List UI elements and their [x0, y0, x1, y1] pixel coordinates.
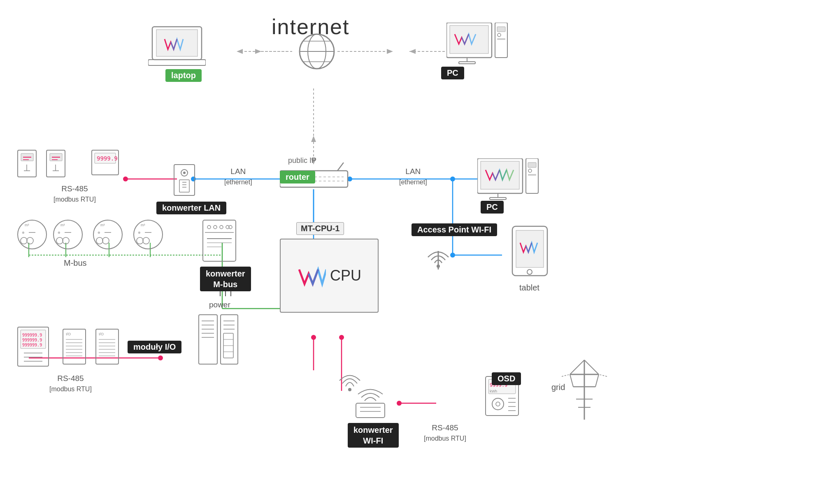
grid-tower	[562, 358, 607, 425]
mbus-label: M-bus	[64, 258, 87, 268]
cpu-text-label: CPU	[330, 267, 361, 284]
tablet-label: tablet	[519, 283, 539, 293]
svg-point-115	[96, 237, 103, 244]
svg-point-121	[137, 237, 143, 244]
svg-marker-2	[255, 49, 261, 54]
svg-line-194	[570, 374, 573, 387]
konwerter-lan-label: konwerter LAN	[156, 202, 226, 214]
svg-point-23	[311, 335, 316, 340]
moduly-io-label: moduły I/O	[128, 341, 181, 353]
svg-line-196	[570, 360, 584, 374]
svg-point-63	[498, 33, 501, 37]
mbus-meter-3: m³ ⊕	[91, 218, 124, 253]
svg-line-100	[337, 163, 344, 171]
io-device-2: I/O	[61, 327, 88, 368]
osd-label: OSD	[492, 372, 521, 385]
svg-point-107	[53, 220, 82, 249]
svg-point-71	[528, 169, 532, 172]
svg-point-36	[339, 335, 344, 340]
svg-point-31	[158, 355, 163, 360]
konwerter-lan-box	[172, 163, 197, 201]
svg-rect-159	[199, 315, 217, 364]
svg-marker-6	[409, 49, 416, 54]
svg-line-200	[562, 374, 570, 376]
lan-ethernet-left-label: LAN[ethernet]	[224, 167, 252, 187]
rs485-label-bottom: RS-485[modbus RTU]	[49, 374, 92, 394]
svg-point-128	[220, 225, 223, 229]
konwerter-wifi-label: konwerter WI-FI	[348, 423, 399, 448]
svg-text:999999.9: 999999.9	[22, 343, 42, 347]
svg-point-122	[143, 237, 149, 244]
rs485-meter-3: 9999.9	[90, 148, 121, 183]
svg-point-110	[63, 237, 69, 244]
svg-text:I/O: I/O	[66, 332, 71, 336]
diagram-container: internet laptop	[0, 0, 823, 504]
svg-rect-60	[459, 62, 475, 64]
power-modules	[197, 313, 240, 368]
rs485-meter-1	[16, 148, 38, 183]
router-badge: router	[280, 171, 315, 183]
svg-point-127	[214, 225, 217, 229]
svg-rect-55	[156, 30, 198, 56]
svg-marker-10	[311, 136, 316, 142]
svg-rect-70	[528, 163, 536, 167]
svg-text:m³: m³	[100, 223, 105, 227]
svg-point-38	[397, 401, 402, 406]
tablet-device	[510, 224, 549, 279]
mbus-meter-4: m³ ⊕	[132, 218, 165, 253]
svg-rect-64	[497, 38, 505, 40]
laptop-badge: laptop	[165, 69, 202, 82]
svg-text:kWh: kWh	[490, 389, 497, 393]
svg-text:m³: m³	[60, 223, 65, 227]
laptop-device	[148, 25, 206, 72]
wifi-signal-icon	[337, 368, 362, 393]
svg-point-126	[207, 225, 211, 229]
svg-line-201	[599, 374, 607, 376]
svg-point-103	[21, 237, 27, 244]
lan-ethernet-right-label: LAN[ethernet]	[399, 167, 427, 187]
konwerter-mbus-box	[201, 218, 238, 265]
svg-point-42	[450, 177, 455, 181]
pc-top-device	[446, 23, 508, 74]
svg-text:⊕: ⊕	[98, 231, 100, 235]
rs485-meter-2	[44, 148, 67, 183]
pc-badge-mid: PC	[481, 201, 504, 214]
svg-rect-72	[528, 174, 536, 176]
svg-rect-68	[490, 197, 506, 200]
svg-line-197	[584, 360, 599, 374]
power-label: power	[209, 300, 230, 309]
svg-point-113	[93, 220, 122, 249]
svg-rect-62	[497, 27, 505, 32]
svg-point-177	[527, 269, 532, 274]
svg-text:m³: m³	[25, 223, 29, 227]
konwerter-mbus-label: konwerter M-bus	[200, 267, 251, 291]
svg-point-185	[492, 398, 504, 410]
rs485-label-top: RS-485[modbus RTU]	[53, 184, 96, 204]
svg-point-174	[437, 265, 440, 268]
globe-icon	[296, 31, 333, 68]
svg-point-202	[348, 388, 351, 391]
io-device-3: I/O	[94, 327, 121, 368]
svg-point-116	[102, 237, 109, 244]
svg-point-90	[183, 172, 186, 174]
svg-point-104	[27, 237, 33, 244]
mt-cpu-1-label: MT-CPU-1	[296, 222, 344, 235]
svg-rect-58	[450, 26, 488, 53]
cpu-box: CPU	[280, 239, 379, 313]
access-point-icon	[420, 235, 457, 273]
io-device-1: 999999.9 999999.9 999999.9	[16, 325, 51, 370]
mbus-meter-2: m³ ⊕	[51, 218, 84, 253]
svg-rect-91	[179, 180, 189, 192]
svg-text:⊕: ⊕	[138, 231, 141, 235]
svg-text:9999.9: 9999.9	[97, 155, 118, 162]
svg-rect-178	[356, 403, 385, 418]
svg-point-186	[496, 402, 500, 406]
router-public-ip: public IP	[288, 156, 316, 165]
pc-badge-top: PC	[441, 67, 464, 79]
svg-line-195	[595, 374, 599, 387]
rs485-label-right: RS-485[modbus RTU]	[424, 423, 466, 443]
svg-text:999999.9: 999999.9	[22, 338, 42, 342]
svg-point-12	[123, 177, 128, 181]
svg-point-109	[56, 237, 63, 244]
svg-text:m³: m³	[141, 223, 145, 227]
